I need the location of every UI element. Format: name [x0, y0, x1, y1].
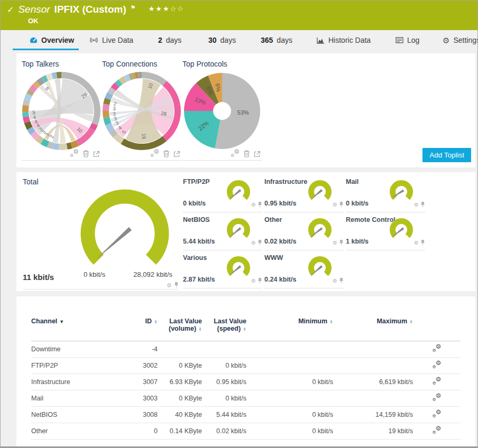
gauge-settings-icon[interactable]: ⚙ — [167, 283, 172, 288]
log-icon — [396, 37, 403, 43]
tab-label: Overview — [41, 36, 74, 44]
delete-toplist-icon[interactable] — [82, 150, 89, 157]
toplist-title: Top Connections — [102, 60, 181, 68]
gauge-settings-icon[interactable]: ⚙ — [333, 240, 337, 246]
tab-2-days[interactable]: 2days — [158, 36, 181, 44]
gears-settings-icon[interactable]: ⚙⚙ — [150, 150, 159, 157]
gears-settings-icon[interactable]: ⚙⚙ — [433, 378, 442, 385]
pin-icon[interactable] — [339, 276, 344, 286]
channel-gauge-value: 0.24 kbit/s — [264, 276, 296, 283]
channel-gauge-name: Other — [264, 216, 282, 223]
tab-label: days — [277, 36, 292, 44]
channel-gauge-actions: ⚙ — [251, 238, 262, 248]
various-gauge — [224, 254, 253, 281]
gauges-card: Total 0 kbit/s 28,092 kbit/s 11 kbit/s ⚙… — [16, 172, 475, 291]
channel-gauge-name: WWW — [264, 254, 283, 262]
minimum — [246, 341, 333, 358]
remote-control-gauge — [387, 216, 416, 242]
last-value-volume: 0 KByte — [158, 358, 202, 374]
last-value-volume: 6.93 KByte — [158, 374, 202, 390]
delete-toplist-icon[interactable] — [163, 150, 170, 157]
divider — [23, 289, 179, 290]
gears-settings-icon[interactable]: ⚙⚙ — [231, 150, 240, 157]
tab-30-days[interactable]: 30days — [208, 36, 236, 44]
sort-desc-icon: ▼ — [59, 319, 64, 324]
tab-overview[interactable]: Overview — [30, 36, 74, 44]
top-protocols-chart[interactable]: 53%22%13%6%6% — [182, 71, 262, 151]
tab-number: 30 — [208, 36, 217, 44]
pin-icon[interactable] — [258, 276, 262, 286]
column-label: Maximum — [376, 318, 407, 325]
column-header-last-value-speed-[interactable]: Last Value (speed)▲▼ — [202, 318, 246, 341]
gears-settings-icon[interactable]: ⚙⚙ — [433, 427, 442, 434]
tab-settings[interactable]: ⚙Settings — [443, 36, 478, 44]
toplist-actions: ⚙⚙ — [231, 150, 261, 157]
tab-bar: OverviewLive Data2days30days365daysHisto… — [1, 30, 477, 53]
channels-table: Channel▼ID▲▼Last Value (volume)▲▼Last Va… — [31, 318, 461, 440]
gears-settings-icon[interactable]: ⚙⚙ — [433, 410, 442, 418]
channel-settings-cell: ⚙⚙ — [413, 374, 461, 390]
open-toplist-icon[interactable] — [173, 151, 180, 157]
column-header-id[interactable]: ID▲▼ — [118, 318, 158, 341]
tab-log[interactable]: Log — [396, 36, 419, 44]
gears-settings-icon[interactable]: ⚙⚙ — [70, 150, 79, 157]
stars-filled: ★★★ — [149, 5, 170, 13]
www-gauge — [306, 254, 334, 281]
pin-icon[interactable] — [258, 238, 262, 248]
top-connections-chart[interactable]: 1028195433332 — [102, 71, 181, 151]
last-value-volume: 0 KByte — [158, 390, 202, 407]
gauge-settings-icon[interactable]: ⚙ — [251, 240, 256, 246]
toplists-card: Top Talkers2961023334445⚙⚙Top Connection… — [16, 53, 475, 167]
tab-historic-data[interactable]: Historic Data — [317, 36, 371, 44]
maximum — [333, 358, 413, 374]
gauge-settings-icon[interactable]: ⚙ — [414, 202, 419, 208]
tab-number: 365 — [261, 36, 273, 44]
sensor-header-bar: ✓ Sensor IPFIX (Custom) ⚑ ★★★☆☆ OK — [1, 1, 477, 30]
gauge-settings-icon[interactable]: ⚙ — [333, 202, 337, 208]
column-header-channel[interactable]: Channel▼ — [31, 318, 118, 341]
pin-icon[interactable] — [339, 238, 344, 248]
channel-gauge-value: 0 kbit/s — [183, 200, 206, 207]
column-header-maximum[interactable]: Maximum▲▼ — [333, 318, 413, 341]
gauge-settings-icon[interactable]: ⚙ — [251, 278, 256, 284]
top-talkers-chart[interactable]: 2961023334445 — [22, 71, 101, 151]
priority-flag-icon[interactable]: ⚑ — [131, 4, 136, 11]
infrastructure-gauge — [306, 178, 334, 204]
column-header-last-value-volume-[interactable]: Last Value (volume)▲▼ — [158, 318, 202, 341]
gears-settings-icon[interactable]: ⚙⚙ — [433, 345, 442, 352]
minimum: 0 kbit/s — [246, 423, 333, 440]
channel-name: Other — [31, 423, 118, 440]
channel-settings-cell: ⚙⚙ — [413, 341, 461, 358]
gears-settings-icon[interactable]: ⚙⚙ — [433, 361, 442, 369]
channel-row-ftp-p2p: FTP/P2P30020 KByte0 kbit/s⚙⚙ — [31, 358, 461, 374]
channel-id: 3002 — [118, 358, 158, 374]
gauge-settings-icon[interactable]: ⚙ — [251, 202, 256, 208]
add-toplist-button[interactable]: Add Toplist — [422, 148, 471, 162]
open-toplist-icon[interactable] — [254, 151, 261, 157]
pin-icon[interactable] — [258, 200, 262, 210]
gauge-settings-icon[interactable]: ⚙ — [414, 240, 419, 246]
channel-gauge-actions: ⚙ — [251, 200, 262, 210]
column-header-minimum[interactable]: Minimum▲▼ — [246, 318, 333, 341]
last-value-volume — [158, 341, 202, 358]
pin-icon[interactable] — [420, 238, 425, 248]
channel-gauge-value: 0 kbit/s — [346, 200, 369, 207]
minimum — [246, 358, 333, 374]
open-toplist-icon[interactable] — [93, 151, 100, 157]
channel-id: 3003 — [118, 390, 158, 407]
svg-text:28: 28 — [161, 110, 167, 117]
gears-settings-icon[interactable]: ⚙⚙ — [433, 394, 442, 402]
tab-365-days[interactable]: 365days — [261, 36, 292, 44]
channel-settings-cell: ⚙⚙ — [413, 390, 461, 407]
active-tab-underline — [13, 49, 79, 50]
pin-icon[interactable] — [420, 200, 425, 210]
priority-stars[interactable]: ★★★☆☆ — [149, 5, 185, 13]
channel-name: Mail — [31, 390, 118, 407]
sort-icon: ▲▼ — [409, 320, 413, 324]
channel-settings-cell: ⚙⚙ — [413, 423, 461, 440]
last-value-speed: 5.44 kbit/s — [202, 407, 246, 423]
pin-icon[interactable] — [339, 200, 344, 210]
gauge-settings-icon[interactable]: ⚙ — [333, 278, 337, 284]
tab-live-data[interactable]: Live Data — [89, 36, 133, 44]
delete-toplist-icon[interactable] — [243, 150, 250, 157]
